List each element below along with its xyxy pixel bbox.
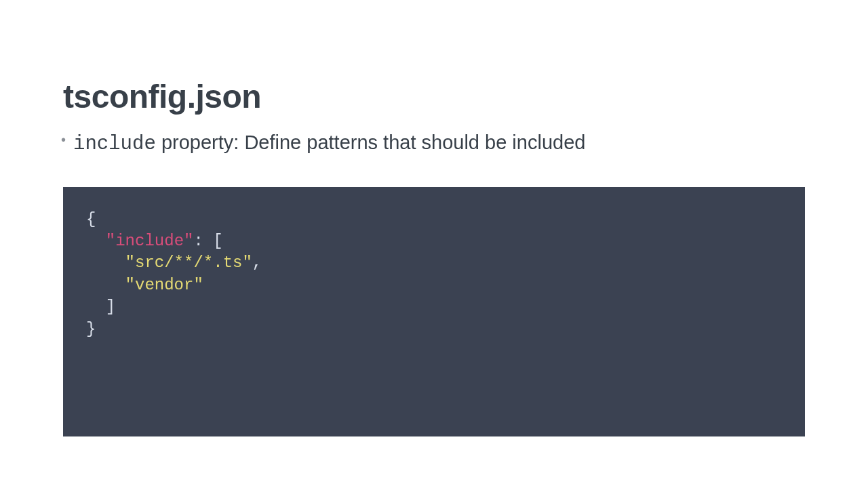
code-token: "vendor" bbox=[125, 276, 203, 294]
code-token: ] bbox=[106, 298, 115, 316]
bullet-text: property: Define patterns that should be… bbox=[156, 131, 586, 153]
bullet-item: include property: Define patterns that s… bbox=[63, 129, 805, 159]
code-token: [ bbox=[213, 232, 222, 250]
code-token: "src/**/*.ts" bbox=[125, 253, 252, 272]
code-token: , bbox=[252, 253, 262, 272]
code-token bbox=[86, 253, 125, 272]
code-token: : bbox=[193, 232, 213, 250]
code-token bbox=[86, 232, 106, 250]
code-token: "include" bbox=[106, 232, 194, 250]
code-token bbox=[86, 298, 106, 316]
code-content: { "include": [ "src/**/*.ts", "vendor" ]… bbox=[86, 209, 782, 340]
code-token: } bbox=[86, 320, 96, 338]
code-token bbox=[86, 276, 125, 294]
bullet-list: include property: Define patterns that s… bbox=[63, 129, 805, 159]
slide-title: tsconfig.json bbox=[63, 78, 805, 115]
code-token: { bbox=[86, 210, 96, 228]
inline-code: include bbox=[73, 133, 156, 155]
code-block: { "include": [ "src/**/*.ts", "vendor" ]… bbox=[63, 187, 805, 436]
